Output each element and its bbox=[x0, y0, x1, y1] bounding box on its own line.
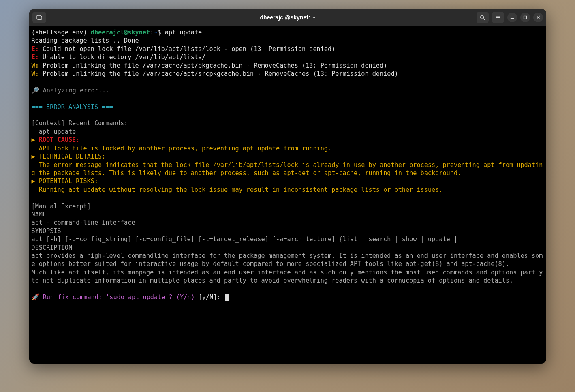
rocket-icon: 🚀 bbox=[32, 293, 43, 301]
window-title: dheerajcl@skynet: ~ bbox=[260, 14, 315, 21]
search-button[interactable] bbox=[477, 12, 489, 23]
fix-bracket: [y/N]: bbox=[195, 293, 224, 301]
analyzing-text: Analyzing error... bbox=[43, 87, 110, 94]
minimize-button[interactable] bbox=[507, 13, 517, 22]
warn-msg: Problem unlinking the file /var/cache/ap… bbox=[39, 62, 387, 69]
root-cause-label: ROOT CAUSE: bbox=[39, 136, 80, 144]
terminal-window: dheerajcl@skynet: ~ bbox=[29, 9, 546, 364]
manual-description: DESCRIPTION bbox=[32, 244, 544, 252]
manual-name-line: apt - command-line interface bbox=[32, 218, 544, 227]
blank-line bbox=[32, 194, 544, 202]
minimize-icon bbox=[510, 15, 514, 19]
blank-line bbox=[32, 94, 544, 103]
search-icon bbox=[479, 15, 485, 21]
titlebar: dheerajcl@skynet: ~ bbox=[29, 9, 546, 26]
manual-desc-para: apt provides a high-level commandline in… bbox=[32, 252, 544, 285]
warn-prefix: W: bbox=[32, 62, 39, 69]
manual-synopsis: SYNOPSIS bbox=[32, 227, 544, 235]
context-label: [Context] Recent Commands: bbox=[32, 119, 544, 127]
new-tab-icon bbox=[36, 14, 43, 21]
fix-prompt-line[interactable]: 🚀 Run fix command: 'sudo apt update'? (Y… bbox=[32, 293, 544, 301]
manual-label: [Manual Excerpt] bbox=[32, 202, 544, 210]
risks-detail: Running apt update without resolving the… bbox=[32, 186, 544, 194]
terminal-body[interactable]: (shellsage_env) dheerajcl@skynet:~$ apt … bbox=[29, 26, 546, 364]
titlebar-left bbox=[32, 12, 46, 23]
maximize-button[interactable] bbox=[520, 13, 530, 22]
error-line-2: E: Unable to lock directory /var/lib/apt… bbox=[32, 53, 544, 61]
env-prefix: (shellsage_env) bbox=[32, 29, 91, 36]
cursor bbox=[225, 294, 229, 301]
titlebar-right bbox=[477, 12, 543, 23]
dollar: $ bbox=[157, 29, 165, 36]
warn-line-1: W: Problem unlinking the file /var/cache… bbox=[32, 62, 544, 70]
error-msg: Could not open lock file /var/lib/apt/li… bbox=[39, 45, 336, 53]
colon: : bbox=[150, 29, 154, 36]
root-cause-detail: APT lock file is locked by another proce… bbox=[32, 144, 544, 152]
analyzing-line: 🔎 Analyzing error... bbox=[32, 86, 544, 94]
risks-label: POTENTIAL RISKS: bbox=[39, 178, 98, 185]
menu-button[interactable] bbox=[492, 12, 504, 23]
bullet-icon: ▶ bbox=[32, 136, 39, 144]
svg-rect-0 bbox=[37, 15, 41, 19]
prompt-line: (shellsage_env) dheerajcl@skynet:~$ apt … bbox=[32, 28, 544, 36]
bullet-icon: ▶ bbox=[32, 153, 39, 160]
warn-line-2: W: Problem unlinking the file /var/cache… bbox=[32, 70, 544, 78]
maximize-icon bbox=[523, 15, 527, 19]
bullet-icon: ▶ bbox=[32, 178, 39, 185]
manual-synopsis-line: apt [-h] [-o=config_string] [-c=config_f… bbox=[32, 235, 544, 243]
technical-label: TECHNICAL DETAILS: bbox=[39, 153, 106, 160]
warn-msg: Problem unlinking the file /var/cache/ap… bbox=[39, 70, 398, 77]
error-analysis-header: === ERROR ANALYSIS === bbox=[32, 103, 544, 111]
userhost: dheerajcl@skynet bbox=[91, 29, 150, 36]
fix-prompt-text: Run fix command: 'sudo apt update'? (Y/n… bbox=[43, 293, 195, 301]
error-line-1: E: Could not open lock file /var/lib/apt… bbox=[32, 45, 544, 53]
typed-command: apt update bbox=[165, 29, 202, 36]
risks-header: ▶ POTENTIAL RISKS: bbox=[32, 177, 544, 185]
reading-line: Reading package lists... Done bbox=[32, 36, 544, 45]
warn-prefix: W: bbox=[32, 70, 39, 77]
blank-line bbox=[32, 78, 544, 86]
error-msg: Unable to lock directory /var/lib/apt/li… bbox=[39, 54, 205, 61]
manual-name: NAME bbox=[32, 210, 544, 218]
hamburger-icon bbox=[495, 15, 501, 21]
context-cmd: apt update bbox=[32, 128, 544, 136]
error-prefix: E: bbox=[32, 45, 39, 53]
svg-rect-7 bbox=[524, 16, 526, 19]
blank-line bbox=[32, 111, 544, 119]
root-cause-header: ▶ ROOT CAUSE: bbox=[32, 136, 544, 144]
magnifier-icon: 🔎 bbox=[32, 87, 43, 94]
svg-line-2 bbox=[483, 18, 485, 19]
close-button[interactable] bbox=[533, 13, 543, 22]
technical-detail: The error message indicates that the loc… bbox=[32, 161, 544, 178]
technical-header: ▶ TECHNICAL DETAILS: bbox=[32, 152, 544, 161]
blank-line bbox=[32, 285, 544, 293]
close-icon bbox=[536, 15, 540, 19]
error-prefix: E: bbox=[32, 54, 39, 61]
new-tab-button[interactable] bbox=[32, 12, 46, 23]
